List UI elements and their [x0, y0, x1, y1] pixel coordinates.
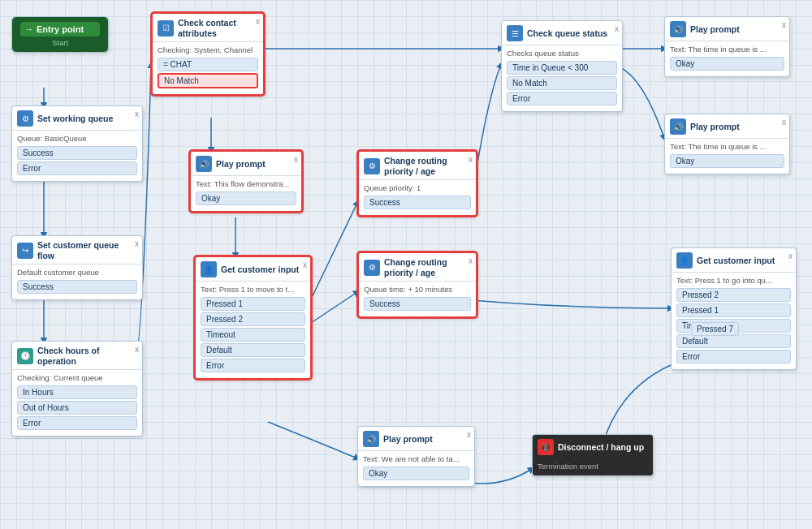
check-queue-status-icon: ☰	[507, 25, 523, 41]
get-customer-input2-icon: 👤	[676, 252, 693, 269]
entry-point-node[interactable]: → Entry point Start	[11, 16, 109, 53]
entry-subtitle: Start	[20, 38, 100, 47]
get-customer-input2-error[interactable]: Error	[676, 350, 791, 363]
play-prompt2-icon: 🔊	[670, 21, 686, 37]
get-customer-input-node[interactable]: 👤 Get customer input x Text: Press 1 to …	[194, 256, 312, 380]
check-contact-desc: Checking: System, Channel	[158, 45, 258, 54]
check-hours-in-hours[interactable]: In Hours	[17, 385, 137, 399]
entry-icon: → Entry point	[20, 22, 100, 37]
change-routing1-node[interactable]: ⚙ Change routing priority / age x Queue …	[357, 150, 477, 217]
check-contact-close[interactable]: x	[256, 17, 260, 26]
set-working-queue-error[interactable]: Error	[17, 161, 137, 175]
get-customer-input-desc: Text: Press 1 to move to t...	[201, 285, 305, 294]
play-prompt2-okay[interactable]: Okay	[670, 57, 784, 71]
check-hours-title: Check hours of operation	[37, 346, 137, 366]
change-routing2-title: Change routing priority / age	[384, 257, 471, 277]
play-prompt-error-node[interactable]: 🔊 Play prompt x Text: We are not able to…	[357, 426, 475, 487]
play-prompt-error-okay[interactable]: Okay	[363, 467, 469, 480]
check-contact-title: Check contact attributes	[178, 18, 258, 38]
check-contact-chat[interactable]: = CHAT	[158, 58, 258, 71]
check-hours-icon: 🕐	[17, 348, 33, 364]
change-routing2-close[interactable]: x	[469, 256, 473, 265]
play-prompt-error-desc: Text: We are not able to ta...	[363, 454, 469, 463]
check-queue-status-close[interactable]: x	[615, 24, 619, 33]
change-routing1-close[interactable]: x	[469, 155, 473, 164]
get-customer-input2-title: Get customer input	[697, 256, 775, 266]
check-queue-time[interactable]: Time in Queue < 300	[507, 61, 617, 75]
play-prompt2-close[interactable]: x	[782, 20, 786, 29]
check-queue-no-match[interactable]: No Match	[507, 76, 617, 90]
pressed-7-output[interactable]: Pressed 7	[691, 322, 739, 336]
check-contact-no-match[interactable]: No Match	[158, 73, 258, 88]
change-routing1-icon: ⚙	[364, 158, 380, 174]
disconnect-icon: 📵	[538, 439, 554, 455]
disconnect-header: 📵 Disconnect / hang up	[533, 435, 653, 459]
change-routing2-success[interactable]: Success	[364, 297, 471, 311]
set-customer-queue-close[interactable]: x	[135, 239, 139, 248]
change-routing1-success[interactable]: Success	[364, 196, 471, 209]
set-working-queue-desc: Queue: BasicQueue	[17, 134, 137, 143]
change-routing2-node[interactable]: ⚙ Change routing priority / age x Queue …	[357, 252, 477, 318]
play-prompt3-close[interactable]: x	[782, 118, 786, 127]
play-prompt3-node[interactable]: 🔊 Play prompt x Text: The time in queue …	[664, 114, 790, 174]
check-contact-icon: ☑	[158, 20, 174, 37]
set-customer-queue-node[interactable]: ↪ Set customer queue flow x Default cust…	[11, 235, 143, 300]
get-customer-input2-node[interactable]: 👤 Get customer input x Text: Press 1 to …	[671, 247, 797, 370]
set-customer-queue-desc: Default customer queue	[17, 268, 137, 277]
check-hours-node[interactable]: 🕐 Check hours of operation x Checking: C…	[11, 341, 143, 437]
disconnect-node[interactable]: 📵 Disconnect / hang up Termination event	[532, 434, 654, 476]
change-routing2-desc: Queue time: + 10 minutes	[364, 285, 471, 294]
check-hours-close[interactable]: x	[135, 345, 139, 354]
get-customer-input-default[interactable]: Default	[201, 343, 305, 357]
play-prompt1-okay[interactable]: Okay	[196, 191, 296, 205]
get-customer-input-error[interactable]: Error	[201, 359, 305, 372]
check-queue-status-node[interactable]: ☰ Check queue status x Checks queue stat…	[501, 20, 623, 112]
set-working-queue-node[interactable]: ⚙ Set working queue x Queue: BasicQueue …	[11, 105, 143, 182]
play-prompt3-icon: 🔊	[670, 118, 686, 135]
check-queue-status-title: Check queue status	[527, 28, 607, 39]
check-queue-status-desc: Checks queue status	[507, 49, 617, 58]
get-customer-input2-desc: Text: Press 1 to go into qu...	[676, 276, 791, 285]
flow-canvas: → Entry point Start ⚙ Set working queue …	[0, 0, 812, 529]
play-prompt2-node[interactable]: 🔊 Play prompt x Text: The time in queue …	[664, 16, 790, 77]
check-hours-error[interactable]: Error	[17, 416, 137, 430]
change-routing1-desc: Queue priority: 1	[364, 183, 471, 192]
play-prompt-error-icon: 🔊	[363, 431, 379, 447]
get-customer-input2-pressed2[interactable]: Pressed 2	[676, 288, 791, 302]
check-hours-desc: Checking: Current queue	[17, 373, 137, 382]
get-customer-input2-pressed1[interactable]: Pressed 1	[676, 303, 791, 317]
entry-title: Entry point	[37, 24, 84, 34]
play-prompt2-title: Play prompt	[690, 24, 740, 35]
check-queue-error[interactable]: Error	[507, 92, 617, 105]
play-prompt1-node[interactable]: 🔊 Play prompt x Text: This flow demonstr…	[189, 150, 303, 213]
play-prompt-error-close[interactable]: x	[467, 430, 471, 439]
get-customer-input-pressed1[interactable]: Pressed 1	[201, 297, 305, 311]
play-prompt1-title: Play prompt	[216, 159, 266, 170]
get-customer-input-close[interactable]: x	[303, 260, 307, 269]
set-customer-queue-icon: ↪	[17, 243, 33, 259]
disconnect-body: Termination event	[533, 459, 653, 475]
play-prompt2-desc: Text: The time in queue is ...	[670, 45, 784, 54]
disconnect-title: Disconnect / hang up	[558, 442, 644, 452]
set-working-queue-icon: ⚙	[17, 110, 33, 127]
set-working-queue-title: Set working queue	[37, 114, 113, 124]
change-routing2-icon: ⚙	[364, 260, 380, 276]
play-prompt-error-title: Play prompt	[383, 434, 433, 445]
get-customer-input2-close[interactable]: x	[788, 252, 793, 260]
get-customer-input-pressed2[interactable]: Pressed 2	[201, 312, 305, 326]
play-prompt1-close[interactable]: x	[294, 155, 298, 164]
set-working-queue-success[interactable]: Success	[17, 146, 137, 160]
get-customer-input2-default[interactable]: Default	[676, 334, 791, 348]
get-customer-input-timeout[interactable]: Timeout	[201, 328, 305, 342]
play-prompt1-icon: 🔊	[196, 156, 212, 172]
get-customer-input-icon: 👤	[201, 261, 217, 277]
check-contact-node[interactable]: ☑ Check contact attributes x Checking: S…	[151, 12, 265, 96]
get-customer-input-title: Get customer input	[221, 264, 299, 275]
play-prompt3-title: Play prompt	[690, 122, 740, 132]
check-hours-out[interactable]: Out of Hours	[17, 401, 137, 415]
set-customer-queue-title: Set customer queue flow	[37, 240, 137, 260]
set-customer-queue-success[interactable]: Success	[17, 280, 137, 294]
change-routing1-title: Change routing priority / age	[384, 156, 471, 176]
set-working-queue-close[interactable]: x	[135, 110, 139, 118]
play-prompt3-okay[interactable]: Okay	[670, 154, 784, 168]
